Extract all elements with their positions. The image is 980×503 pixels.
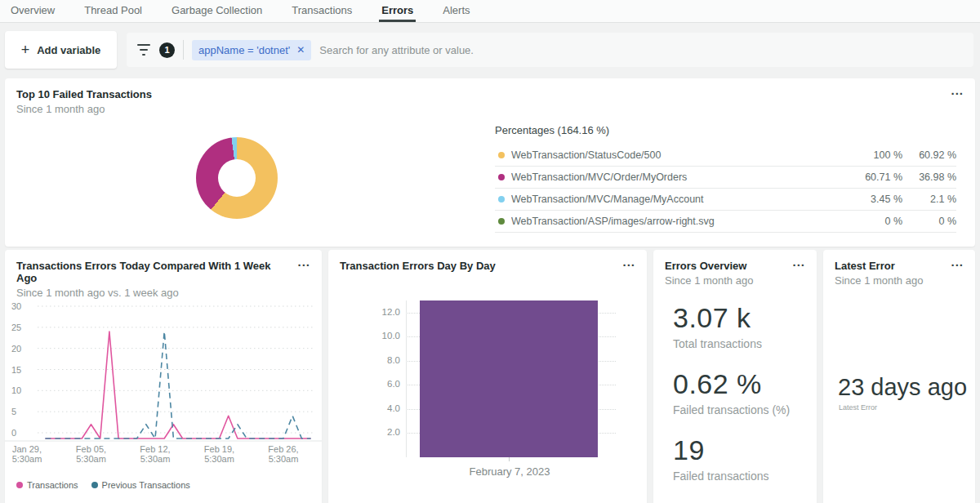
bar-february-7 [420, 300, 598, 457]
table-row[interactable]: WebTransaction/ASP/images/arrow-right.sv… [495, 211, 956, 233]
ellipsis-menu-icon[interactable]: ... [951, 83, 964, 97]
stat-block: 0.62 %Failed transactions (%) [673, 368, 790, 416]
panel-title: Transactions Errors Today Compared With … [16, 260, 286, 284]
y-axis-label: 10.0 [372, 331, 400, 341]
tab-thread-pool[interactable]: Thread Pool [82, 0, 145, 22]
tab-transactions[interactable]: Transactions [289, 0, 354, 22]
legend-color-dot [91, 482, 98, 488]
panel-errors-overview: Errors Overview Since 1 month ago ... 3.… [653, 250, 817, 503]
y-axis-label: 4.0 [372, 403, 400, 413]
add-variable-label: Add variable [37, 44, 100, 56]
panel-title: Top 10 Failed Transactions [16, 88, 152, 100]
y-axis-label: 6.0 [372, 379, 400, 389]
y-axis-label: 2.0 [372, 427, 400, 437]
percent-of-top: 100 % [844, 149, 902, 161]
svg-text:25: 25 [11, 323, 21, 332]
legend-label: Previous Transactions [102, 480, 190, 490]
ellipsis-menu-icon[interactable]: ... [951, 255, 964, 269]
bar-chart: 2.04.06.08.010.012.0February 7, 2023 [328, 250, 647, 503]
y-axis-line [406, 300, 407, 457]
legend-item-previous-transactions[interactable]: Previous Transactions [91, 480, 190, 490]
stat-block: 19Failed transactions [673, 434, 790, 483]
y-axis-label: 12.0 [372, 307, 400, 317]
transaction-name: WebTransaction/MVC/Order/MyOrders [511, 171, 844, 183]
transaction-name: WebTransaction/StatusCode/500 [511, 149, 844, 161]
add-variable-button[interactable]: + Add variable [5, 31, 117, 69]
tab-garbage-collection[interactable]: Garbage Collection [169, 0, 265, 22]
panel-subtitle: Since 1 month ago [16, 103, 152, 115]
filter-count-badge: 1 [159, 42, 175, 58]
percentages-table: Percentages (164.16 %) WebTransaction/St… [495, 121, 956, 233]
svg-text:Feb 19,5:30am: Feb 19,5:30am [204, 444, 234, 464]
panel-title: Errors Overview [665, 260, 753, 272]
stat-block: 3.07 kTotal transactions [673, 302, 790, 350]
filter-chip-appname[interactable]: appName = 'dotnet' ✕ [192, 40, 311, 60]
svg-text:20: 20 [11, 344, 21, 354]
donut-chart [196, 137, 278, 219]
tab-errors[interactable]: Errors [379, 0, 416, 22]
table-row[interactable]: WebTransaction/MVC/Manage/MyAccount3.45 … [495, 189, 956, 211]
latest-error-value: 23 days ago [838, 374, 967, 401]
percent-of-top: 0 % [844, 216, 902, 227]
x-axis-tick [509, 457, 510, 461]
stat-value: 19 [673, 434, 790, 466]
legend-color-dot [16, 482, 23, 488]
series-color-dot [498, 196, 505, 203]
svg-text:30: 30 [11, 301, 21, 311]
transaction-name: WebTransaction/MVC/Manage/MyAccount [511, 194, 844, 205]
donut-hole [218, 159, 256, 197]
stat-label: Total transactions [673, 337, 790, 350]
percentages-table-header: Percentages (164.16 %) [495, 121, 956, 145]
y-axis-label: 8.0 [372, 355, 400, 365]
panel-latest-error: Latest Error Since 1 month ago ... 23 da… [823, 250, 975, 503]
legend-item-transactions[interactable]: Transactions [16, 480, 78, 490]
stat-label: Failed transactions [673, 470, 790, 483]
percent-of-total: 60.92 % [902, 149, 956, 161]
svg-text:5: 5 [11, 407, 16, 416]
panel-transaction-errors-day-by-day: Transaction Errors Day By Day ... 2.04.0… [328, 250, 647, 503]
series-color-dot [498, 174, 505, 180]
legend-label: Transactions [27, 480, 78, 490]
divider [183, 40, 184, 60]
table-row[interactable]: WebTransaction/MVC/Order/MyOrders60.71 %… [495, 167, 956, 189]
search-input[interactable] [319, 44, 964, 56]
latest-error-label: Latest Error [839, 403, 877, 412]
search-bar[interactable]: 1 appName = 'dotnet' ✕ [127, 33, 973, 67]
panel-subtitle: Since 1 month ago [665, 274, 753, 287]
percent-of-total: 0 % [902, 216, 956, 227]
x-axis-label: February 7, 2023 [428, 465, 591, 478]
plus-icon: + [21, 42, 30, 57]
tab-overview[interactable]: Overview [8, 0, 57, 22]
stat-value: 0.62 % [673, 368, 790, 400]
tab-alerts[interactable]: Alerts [440, 0, 472, 22]
stat-label: Failed transactions (%) [673, 403, 790, 416]
percent-of-total: 36.98 % [902, 171, 956, 183]
percent-of-total: 2.1 % [902, 194, 956, 205]
svg-text:10: 10 [11, 385, 21, 395]
series-color-dot [498, 218, 505, 225]
line-chart-legend: TransactionsPrevious Transactions [16, 480, 190, 490]
series-color-dot [498, 152, 505, 158]
panel-subtitle: Since 1 month ago [835, 274, 923, 287]
percent-of-top: 3.45 % [844, 194, 902, 205]
svg-text:0: 0 [11, 428, 16, 438]
svg-text:Feb 12,5:30am: Feb 12,5:30am [140, 444, 170, 464]
svg-text:Jan 29,5:30am: Jan 29,5:30am [12, 444, 42, 464]
stat-value: 3.07 k [673, 302, 790, 334]
panel-title: Latest Error [835, 260, 923, 272]
svg-text:Feb 26,5:30am: Feb 26,5:30am [268, 444, 298, 464]
line-chart: 051015202530Jan 29,5:30amFeb 05,5:30amFe… [5, 283, 322, 479]
svg-text:15: 15 [11, 365, 21, 375]
panel-top10-failed-transactions: Top 10 Failed Transactions Since 1 month… [5, 78, 975, 247]
table-row[interactable]: WebTransaction/StatusCode/500100 %60.92 … [495, 145, 956, 167]
billboard-stats: 3.07 kTotal transactions0.62 %Failed tra… [673, 302, 790, 501]
ellipsis-menu-icon[interactable]: ... [297, 255, 310, 269]
panel-transactions-errors-compared: Transactions Errors Today Compared With … [5, 250, 322, 503]
transaction-name: WebTransaction/ASP/images/arrow-right.sv… [511, 216, 844, 227]
filter-bar: + Add variable 1 appName = 'dotnet' ✕ [0, 23, 980, 78]
chip-close-icon[interactable]: ✕ [296, 44, 305, 56]
ellipsis-menu-icon[interactable]: ... [792, 255, 805, 269]
filter-chip-label: appName = 'dotnet' [198, 44, 290, 56]
filter-funnel-icon[interactable] [136, 44, 151, 56]
tab-bar: OverviewThread PoolGarbage CollectionTra… [0, 0, 980, 23]
